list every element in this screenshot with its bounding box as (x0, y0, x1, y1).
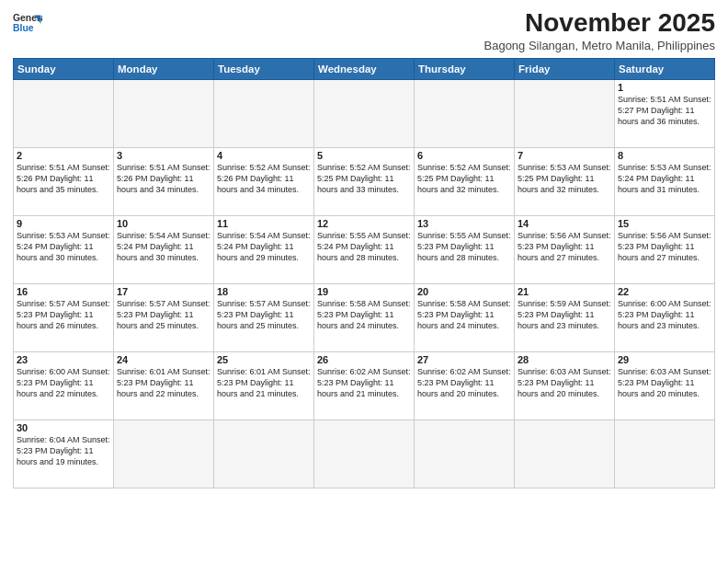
day-info: Sunrise: 6:02 AM Sunset: 5:23 PM Dayligh… (317, 366, 411, 399)
day-cell (515, 419, 615, 488)
day-number: 17 (117, 286, 210, 297)
day-info: Sunrise: 5:55 AM Sunset: 5:23 PM Dayligh… (417, 230, 511, 263)
svg-text:Blue: Blue (13, 23, 34, 33)
day-cell: 1Sunrise: 5:51 AM Sunset: 5:27 PM Daylig… (615, 79, 715, 147)
day-number: 4 (217, 150, 311, 161)
day-info: Sunrise: 5:51 AM Sunset: 5:26 PM Dayligh… (117, 162, 210, 195)
day-number: 12 (317, 218, 411, 229)
day-number: 10 (117, 218, 210, 229)
day-number: 5 (317, 150, 411, 161)
day-number: 30 (17, 422, 110, 433)
day-cell: 5Sunrise: 5:52 AM Sunset: 5:25 PM Daylig… (314, 147, 415, 215)
day-cell (214, 419, 314, 488)
day-number: 21 (518, 286, 611, 297)
day-number: 23 (17, 354, 110, 365)
day-cell (515, 79, 615, 147)
day-cell: 27Sunrise: 6:02 AM Sunset: 5:23 PM Dayli… (415, 351, 515, 419)
header: General Blue November 2025 Bagong Silang… (13, 9, 715, 52)
day-info: Sunrise: 6:01 AM Sunset: 5:23 PM Dayligh… (217, 366, 311, 399)
day-number: 6 (417, 150, 511, 161)
day-cell: 24Sunrise: 6:01 AM Sunset: 5:23 PM Dayli… (114, 351, 214, 419)
day-info: Sunrise: 6:02 AM Sunset: 5:23 PM Dayligh… (417, 366, 511, 399)
day-info: Sunrise: 5:55 AM Sunset: 5:24 PM Dayligh… (317, 230, 411, 263)
day-info: Sunrise: 5:57 AM Sunset: 5:23 PM Dayligh… (217, 298, 311, 331)
day-cell (14, 79, 114, 147)
col-header-friday: Friday (515, 58, 615, 79)
main-title: November 2025 (484, 9, 716, 38)
day-cell (415, 419, 515, 488)
day-info: Sunrise: 5:54 AM Sunset: 5:24 PM Dayligh… (117, 230, 210, 263)
col-header-sunday: Sunday (14, 58, 114, 79)
day-cell: 6Sunrise: 5:52 AM Sunset: 5:25 PM Daylig… (415, 147, 515, 215)
day-info: Sunrise: 6:01 AM Sunset: 5:23 PM Dayligh… (117, 366, 210, 399)
day-number: 29 (618, 354, 711, 365)
day-number: 11 (217, 218, 311, 229)
day-info: Sunrise: 5:58 AM Sunset: 5:23 PM Dayligh… (417, 298, 511, 331)
day-number: 1 (618, 82, 711, 93)
day-cell (615, 419, 715, 488)
day-number: 13 (417, 218, 511, 229)
day-number: 19 (317, 286, 411, 297)
day-number: 26 (317, 354, 411, 365)
day-cell: 8Sunrise: 5:53 AM Sunset: 5:24 PM Daylig… (615, 147, 715, 215)
day-info: Sunrise: 5:53 AM Sunset: 5:24 PM Dayligh… (618, 162, 711, 195)
day-cell (415, 79, 515, 147)
col-header-saturday: Saturday (615, 58, 715, 79)
day-cell: 11Sunrise: 5:54 AM Sunset: 5:24 PM Dayli… (214, 215, 314, 283)
day-info: Sunrise: 5:52 AM Sunset: 5:26 PM Dayligh… (217, 162, 311, 195)
day-cell: 29Sunrise: 6:03 AM Sunset: 5:23 PM Dayli… (615, 351, 715, 419)
day-number: 9 (17, 218, 110, 229)
day-number: 18 (217, 286, 311, 297)
day-cell: 12Sunrise: 5:55 AM Sunset: 5:24 PM Dayli… (314, 215, 415, 283)
page: General Blue November 2025 Bagong Silang… (0, 0, 728, 496)
logo: General Blue (13, 9, 42, 39)
day-cell (314, 419, 415, 488)
week-row-0: 1Sunrise: 5:51 AM Sunset: 5:27 PM Daylig… (14, 79, 715, 147)
day-number: 25 (217, 354, 311, 365)
day-info: Sunrise: 5:56 AM Sunset: 5:23 PM Dayligh… (518, 230, 611, 263)
day-cell: 20Sunrise: 5:58 AM Sunset: 5:23 PM Dayli… (415, 283, 515, 351)
day-cell: 15Sunrise: 5:56 AM Sunset: 5:23 PM Dayli… (615, 215, 715, 283)
week-row-4: 23Sunrise: 6:00 AM Sunset: 5:23 PM Dayli… (14, 351, 715, 419)
day-number: 27 (417, 354, 511, 365)
day-number: 22 (618, 286, 711, 297)
col-header-tuesday: Tuesday (214, 58, 314, 79)
day-info: Sunrise: 6:03 AM Sunset: 5:23 PM Dayligh… (518, 366, 611, 399)
day-cell: 13Sunrise: 5:55 AM Sunset: 5:23 PM Dayli… (415, 215, 515, 283)
day-number: 2 (17, 150, 110, 161)
day-cell (214, 79, 314, 147)
day-cell: 28Sunrise: 6:03 AM Sunset: 5:23 PM Dayli… (515, 351, 615, 419)
day-info: Sunrise: 5:52 AM Sunset: 5:25 PM Dayligh… (317, 162, 411, 195)
day-info: Sunrise: 5:54 AM Sunset: 5:24 PM Dayligh… (217, 230, 311, 263)
day-cell: 7Sunrise: 5:53 AM Sunset: 5:25 PM Daylig… (515, 147, 615, 215)
day-info: Sunrise: 5:51 AM Sunset: 5:26 PM Dayligh… (17, 162, 110, 195)
day-number: 14 (518, 218, 611, 229)
week-row-1: 2Sunrise: 5:51 AM Sunset: 5:26 PM Daylig… (14, 147, 715, 215)
week-row-5: 30Sunrise: 6:04 AM Sunset: 5:23 PM Dayli… (14, 419, 715, 488)
day-number: 28 (518, 354, 611, 365)
day-info: Sunrise: 5:56 AM Sunset: 5:23 PM Dayligh… (618, 230, 711, 263)
day-cell: 2Sunrise: 5:51 AM Sunset: 5:26 PM Daylig… (14, 147, 114, 215)
week-row-2: 9Sunrise: 5:53 AM Sunset: 5:24 PM Daylig… (14, 215, 715, 283)
day-info: Sunrise: 5:53 AM Sunset: 5:24 PM Dayligh… (17, 230, 110, 263)
day-cell: 26Sunrise: 6:02 AM Sunset: 5:23 PM Dayli… (314, 351, 415, 419)
day-cell: 4Sunrise: 5:52 AM Sunset: 5:26 PM Daylig… (214, 147, 314, 215)
day-info: Sunrise: 6:03 AM Sunset: 5:23 PM Dayligh… (618, 366, 711, 399)
day-cell: 14Sunrise: 5:56 AM Sunset: 5:23 PM Dayli… (515, 215, 615, 283)
day-cell: 21Sunrise: 5:59 AM Sunset: 5:23 PM Dayli… (515, 283, 615, 351)
day-cell: 17Sunrise: 5:57 AM Sunset: 5:23 PM Dayli… (114, 283, 214, 351)
day-number: 16 (17, 286, 110, 297)
day-info: Sunrise: 6:04 AM Sunset: 5:23 PM Dayligh… (17, 434, 110, 467)
day-cell: 19Sunrise: 5:58 AM Sunset: 5:23 PM Dayli… (314, 283, 415, 351)
day-cell (314, 79, 415, 147)
day-cell: 10Sunrise: 5:54 AM Sunset: 5:24 PM Dayli… (114, 215, 214, 283)
col-header-monday: Monday (114, 58, 214, 79)
day-cell: 16Sunrise: 5:57 AM Sunset: 5:23 PM Dayli… (14, 283, 114, 351)
day-cell (114, 79, 214, 147)
title-block: November 2025 Bagong Silangan, Metro Man… (484, 9, 716, 52)
day-info: Sunrise: 5:53 AM Sunset: 5:25 PM Dayligh… (518, 162, 611, 195)
day-number: 15 (618, 218, 711, 229)
header-row: SundayMondayTuesdayWednesdayThursdayFrid… (14, 58, 715, 79)
day-info: Sunrise: 5:58 AM Sunset: 5:23 PM Dayligh… (317, 298, 411, 331)
day-info: Sunrise: 5:57 AM Sunset: 5:23 PM Dayligh… (17, 298, 110, 331)
